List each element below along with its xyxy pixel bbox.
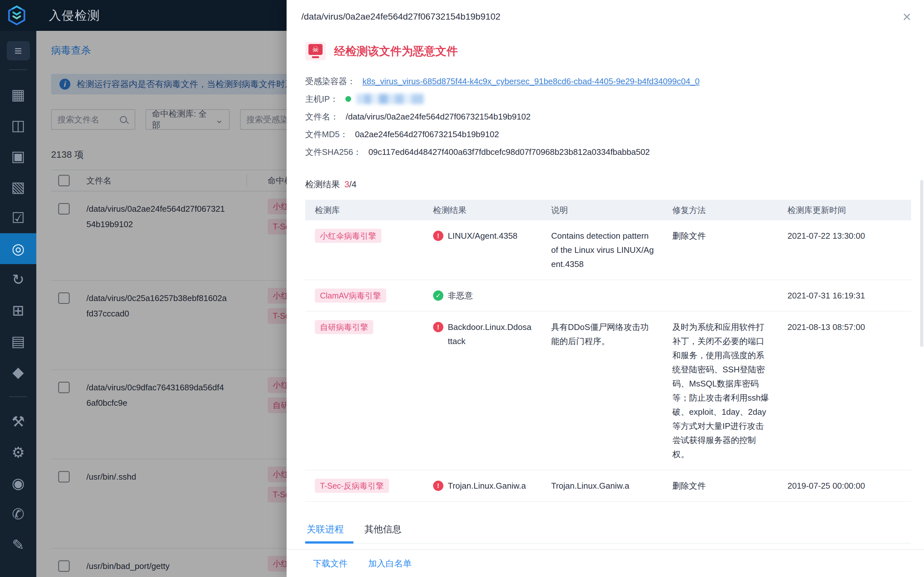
fix-method: 删除文件	[663, 229, 778, 271]
sidebar-item-security[interactable]: ↻	[0, 264, 36, 295]
detection-row: T-Sec-反病毒引擎 !Trojan.Linux.Ganiw.a Trojan…	[305, 470, 911, 502]
file-detail-drawer: /data/virus/0a2ae24fe564d27f06732154b19b…	[287, 0, 924, 577]
detection-row: ClamAV病毒引擎 ✓非恶意 2021-07-31 16:19:31	[305, 280, 911, 312]
detection-table-header: 检测库 检测结果 说明 修复方法 检测库更新时间	[305, 200, 911, 221]
file-info-list: 受感染容器： k8s_virus_virus-685d875f44-k4c9x_…	[305, 76, 911, 158]
engine-tag: T-Sec-反病毒引擎	[315, 479, 389, 493]
hex-nut-icon: ◆	[13, 363, 24, 381]
sidebar-item-audit[interactable]: ✎	[0, 529, 36, 560]
sidebar-item-apps[interactable]: ⊞	[0, 295, 36, 326]
detection-desc: 具有DDoS僵尸网络攻击功能的后门程序。	[542, 320, 663, 461]
verdict-text: 经检测该文件为恶意文件	[334, 44, 458, 59]
drawer-footer: 下载文件 加入白名单	[287, 550, 924, 577]
sidebar-item-network[interactable]: ✆	[0, 499, 36, 529]
sidebar-item-virus-scan[interactable]: ◎	[0, 233, 36, 264]
detection-desc: Trojan.Linux.Ganiw.a	[542, 479, 663, 493]
host-ip-value-redacted	[356, 94, 424, 104]
registry-icon: ▧	[11, 178, 25, 196]
info-row-container: 受感染容器： k8s_virus_virus-685d875f44-k4c9x_…	[305, 76, 911, 87]
detection-desc: Contains detection pattern of the Linux …	[542, 229, 663, 271]
fix-method	[663, 288, 778, 303]
library-updated: 2021-08-13 08:57:00	[778, 320, 911, 461]
sidebar-item-logs[interactable]: ▤	[0, 326, 36, 356]
app-title: 入侵检测	[49, 7, 100, 24]
phone-network-icon: ✆	[12, 505, 24, 523]
pen-edit-icon: ✎	[12, 536, 24, 554]
library-updated: 2021-07-22 13:30:00	[778, 229, 911, 271]
sidebar-item-registry[interactable]: ▧	[0, 172, 36, 202]
detection-result: 非恶意	[448, 288, 473, 303]
safe-icon: ✓	[433, 290, 443, 301]
hit-count: 3	[344, 180, 349, 189]
app-grid-icon: ⊞	[12, 302, 24, 319]
library-updated: 2021-07-31 16:19:31	[778, 288, 911, 303]
engine-tag: 自研病毒引擎	[315, 320, 373, 334]
detection-results-title: 检测结果3/4	[305, 179, 911, 190]
detection-row: 小红伞病毒引擎 !LINUX/Agent.4358 Contains detec…	[305, 221, 911, 280]
container-runtime-icon: ◫	[11, 117, 25, 134]
total-count: /4	[349, 180, 357, 189]
info-row-md5: 文件MD5： 0a2ae24fe564d27f06732154b19b9102	[305, 129, 911, 140]
sidebar-item-toolbox[interactable]: ⚒	[0, 406, 36, 437]
sidebar-item-compliance[interactable]: ☑	[0, 202, 36, 233]
skull-monitor-icon: ☠	[305, 42, 326, 60]
sidebar-item-containers[interactable]: ▦	[0, 79, 36, 110]
malicious-verdict-banner: ☠ 经检测该文件为恶意文件	[305, 42, 911, 60]
sidebar-divider	[9, 69, 27, 70]
drawer-mask[interactable]	[36, 31, 287, 577]
toolbox-icon: ⚒	[11, 413, 25, 430]
close-icon[interactable]: ×	[903, 11, 911, 22]
add-whitelist-button[interactable]: 加入白名单	[368, 558, 412, 569]
danger-icon: !	[433, 322, 443, 332]
drawer-scrollbar-thumb[interactable]	[920, 180, 923, 347]
detection-result: Backdoor.Linux.Ddosattack	[448, 320, 533, 348]
image-layers-icon: ▣	[11, 147, 25, 165]
danger-icon: !	[433, 480, 443, 491]
danger-icon: !	[433, 230, 443, 241]
infected-container-link[interactable]: k8s_virus_virus-685d875f44-k4c9x_cyberse…	[362, 76, 699, 87]
detection-desc	[542, 288, 663, 303]
info-row-host-ip: 主机IP：	[305, 93, 911, 105]
sidebar-item-runtime[interactable]: ◫	[0, 110, 36, 141]
download-file-button[interactable]: 下载文件	[313, 558, 348, 569]
fix-method: 及时为系统和应用软件打补丁，关闭不必要的端口和服务，使用高强度的系统登陆密码、S…	[663, 320, 778, 461]
info-row-filename: 文件名： /data/virus/0a2ae24fe564d27f0673215…	[305, 111, 911, 122]
sidebar-item-components[interactable]: ◆	[0, 356, 36, 387]
documents-icon: ▤	[11, 332, 25, 350]
detection-result: Trojan.Linux.Ganiw.a	[448, 479, 526, 493]
app-logo-icon	[6, 5, 27, 26]
engine-tag: ClamAV病毒引擎	[315, 288, 386, 303]
page: 入侵检测 ≡ ▦ ◫ ▣ ▧ ☑ ◎ ↻ ⊞ ▤ ◆ ⚒ ⚙ ◉ ✆ ✎ 病毒查…	[0, 0, 924, 577]
tab-related-process[interactable]: 关联进程	[305, 523, 345, 543]
fix-method: 删除文件	[663, 479, 778, 493]
collapse-icon: ≡	[14, 44, 22, 58]
sidebar-divider	[9, 396, 27, 397]
online-status-dot	[345, 96, 351, 102]
radar-scan-icon: ◎	[11, 240, 24, 257]
sidebar-item-access-key[interactable]: ◉	[0, 468, 36, 499]
sidebar-nav: ≡ ▦ ◫ ▣ ▧ ☑ ◎ ↻ ⊞ ▤ ◆ ⚒ ⚙ ◉ ✆ ✎	[0, 31, 36, 577]
detection-result: LINUX/Agent.4358	[448, 229, 518, 243]
gear-icon: ⚙	[11, 444, 25, 461]
collapse-sidebar-button[interactable]: ≡	[7, 41, 30, 60]
detection-table: 检测库 检测结果 说明 修复方法 检测库更新时间 小红伞病毒引擎 !LINUX/…	[305, 200, 911, 502]
engine-tag: 小红伞病毒引擎	[315, 229, 382, 243]
key-icon: ◉	[11, 474, 24, 492]
info-row-sha256: 文件SHA256： 09c117ed64d48427f400a63f7fdbce…	[305, 147, 911, 158]
tab-other-info[interactable]: 其他信息	[363, 523, 403, 543]
drawer-title: /data/virus/0a2ae24fe564d27f06732154b19b…	[301, 11, 501, 22]
sidebar-item-settings[interactable]: ⚙	[0, 437, 36, 468]
shield-sync-icon: ↻	[12, 271, 24, 288]
detection-row: 自研病毒引擎 !Backdoor.Linux.Ddosattack 具有DDoS…	[305, 312, 911, 470]
sidebar-item-images[interactable]: ▣	[0, 141, 36, 172]
checklist-icon: ☑	[11, 209, 25, 227]
library-updated: 2019-07-25 00:00:00	[778, 479, 911, 493]
containers-grid-icon: ▦	[11, 86, 25, 103]
detail-tabs: 关联进程 其他信息	[305, 523, 911, 543]
